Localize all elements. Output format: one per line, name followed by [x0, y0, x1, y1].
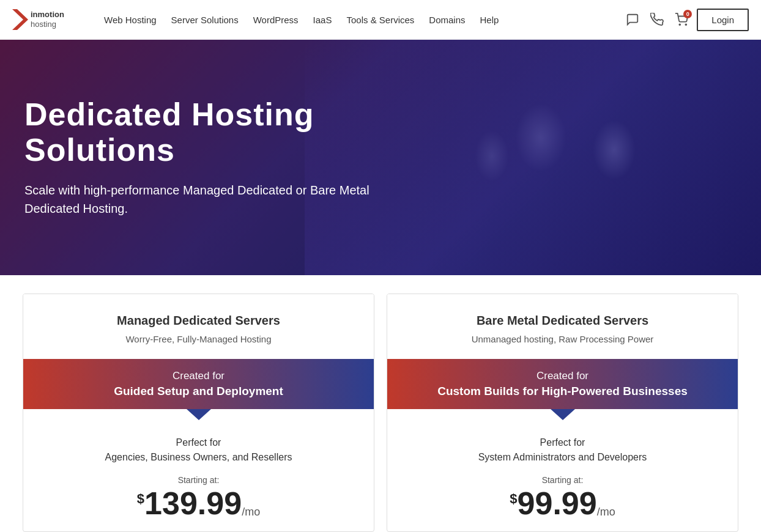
nav-web-hosting[interactable]: Web Hosting: [104, 15, 157, 25]
nav-server-solutions[interactable]: Server Solutions: [171, 15, 239, 25]
managed-banner-line2: Guided Setup and Deployment: [35, 385, 362, 398]
bare-metal-card-subtitle: Unmanaged hosting, Raw Processing Power: [399, 334, 726, 344]
nav-domains[interactable]: Domains: [429, 15, 465, 25]
nav-icon-group: 0: [626, 13, 688, 26]
hero-content: Dedicated Hosting Solutions Scale with h…: [0, 67, 459, 248]
card-top-bare-metal: Bare Metal Dedicated Servers Unmanaged h…: [387, 294, 738, 359]
bare-metal-banner-line2: Custom Builds for High-Powered Businesse…: [399, 385, 726, 398]
managed-card-body: Perfect for Agencies, Business Owners, a…: [23, 420, 374, 531]
svg-point-3: [680, 24, 681, 25]
svg-point-4: [686, 24, 687, 25]
logo[interactable]: inmotion hosting: [12, 6, 86, 34]
hero-section: Dedicated Hosting Solutions Scale with h…: [0, 40, 761, 275]
phone-button[interactable]: [650, 13, 664, 26]
managed-price: $ 139.99 /mo: [35, 487, 362, 519]
bare-metal-card-banner[interactable]: Created for Custom Builds for High-Power…: [387, 359, 738, 409]
bare-metal-perfect-for: System Administrators and Developers: [399, 452, 726, 463]
managed-servers-card: Managed Dedicated Servers Worry-Free, Fu…: [23, 294, 374, 532]
managed-card-banner[interactable]: Created for Guided Setup and Deployment: [23, 359, 374, 409]
svg-text:inmotion: inmotion: [31, 10, 64, 19]
managed-starting-label: Starting at:: [35, 475, 362, 485]
hero-title: Dedicated Hosting Solutions: [24, 97, 434, 167]
cart-count: 0: [683, 10, 692, 18]
nav-wordpress[interactable]: WordPress: [253, 15, 299, 25]
managed-card-subtitle: Worry-Free, Fully-Managed Hosting: [35, 334, 362, 344]
hero-subtitle: Scale with high-performance Managed Dedi…: [24, 181, 392, 218]
hero-people-bg: [418, 52, 724, 266]
svg-marker-0: [12, 9, 28, 30]
managed-perfect-label: Perfect for: [35, 437, 362, 448]
bare-metal-price-mo: /mo: [597, 506, 615, 519]
pricing-cards-section: Managed Dedicated Servers Worry-Free, Fu…: [0, 275, 761, 532]
card-top-managed: Managed Dedicated Servers Worry-Free, Fu…: [23, 294, 374, 359]
managed-price-dollar: $: [137, 491, 144, 507]
managed-card-title: Managed Dedicated Servers: [35, 314, 362, 328]
nav-iaas[interactable]: IaaS: [313, 15, 332, 25]
bare-metal-price-amount: 99.99: [518, 487, 597, 519]
main-nav: inmotion hosting Web Hosting Server Solu…: [0, 0, 761, 40]
bare-metal-card: Bare Metal Dedicated Servers Unmanaged h…: [387, 294, 738, 532]
bare-metal-perfect-label: Perfect for: [399, 437, 726, 448]
login-button[interactable]: Login: [697, 9, 749, 31]
managed-price-mo: /mo: [242, 506, 260, 519]
nav-help[interactable]: Help: [480, 15, 499, 25]
managed-banner-line1: Created for: [35, 370, 362, 382]
bare-metal-banner-line1: Created for: [399, 370, 726, 382]
bare-metal-card-title: Bare Metal Dedicated Servers: [399, 314, 726, 328]
bare-metal-banner-wrap: Created for Custom Builds for High-Power…: [387, 359, 738, 420]
cart-button[interactable]: 0: [675, 13, 688, 26]
managed-price-amount: 139.99: [144, 487, 242, 519]
managed-banner-wrap: Created for Guided Setup and Deployment: [23, 359, 374, 420]
bare-metal-price-dollar: $: [510, 491, 517, 507]
chat-button[interactable]: [626, 13, 639, 26]
bare-metal-starting-label: Starting at:: [399, 475, 726, 485]
bare-metal-price: $ 99.99 /mo: [399, 487, 726, 519]
svg-text:hosting: hosting: [31, 20, 56, 29]
nav-links: Web Hosting Server Solutions WordPress I…: [104, 15, 626, 25]
managed-perfect-for: Agencies, Business Owners, and Resellers: [35, 452, 362, 463]
bare-metal-card-body: Perfect for System Administrators and De…: [387, 420, 738, 531]
nav-tools-services[interactable]: Tools & Services: [346, 15, 414, 25]
